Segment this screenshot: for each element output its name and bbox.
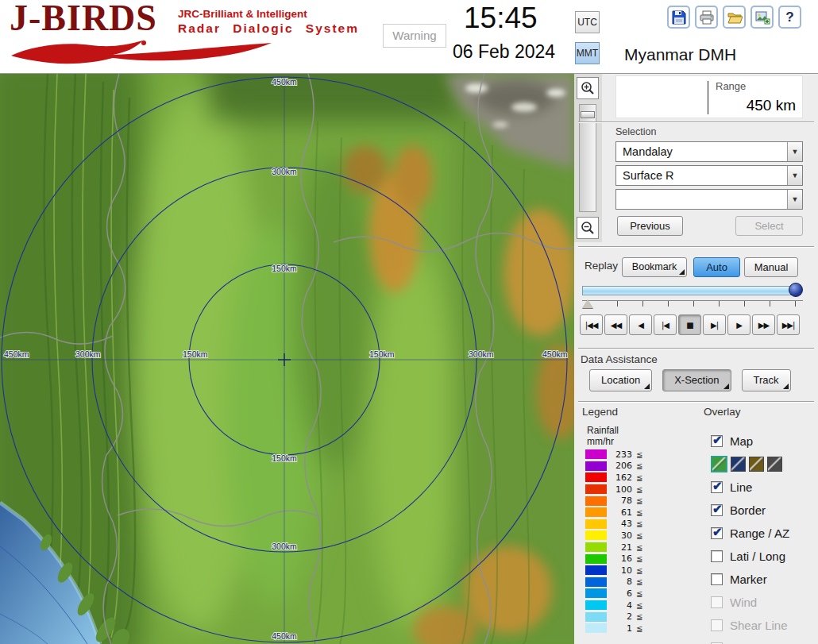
- print-button[interactable]: [695, 6, 718, 29]
- legend-le-sign: ≦: [636, 554, 642, 563]
- overlay-checkboxes: Map Line Border Range / AZ Lati / Long: [711, 430, 816, 644]
- open-folder-button[interactable]: [723, 6, 746, 29]
- eagle-logo-icon: [8, 38, 278, 71]
- playback-glyph: ◀: [638, 321, 643, 330]
- product-dropdown[interactable]: Surface R ▼: [615, 165, 803, 186]
- control-panel: Range 450 km Selection Mandalay ▼ Surfac…: [574, 74, 818, 644]
- legend-value: 206: [611, 461, 632, 471]
- timeline-position-marker[interactable]: [582, 299, 593, 308]
- track-button[interactable]: Track: [742, 369, 791, 391]
- ring-label: 450km: [272, 631, 297, 641]
- checkbox-icon: [711, 527, 723, 539]
- logo-tagline-2: Radar Dialogic System: [178, 21, 359, 36]
- playback-glyph: |◀: [662, 321, 669, 330]
- select-button: Select: [735, 216, 803, 236]
- logo-taglines: JRC-Brilliant & Intelligent Radar Dialog…: [178, 8, 359, 36]
- ring-label: 150km: [369, 349, 395, 359]
- overlay-checkbox-wind: Wind: [711, 591, 816, 614]
- ring-label: 150km: [183, 349, 208, 359]
- map-style-green-swatch[interactable]: [711, 456, 727, 472]
- replay-timeline[interactable]: [581, 283, 808, 313]
- overlay-checkbox-border[interactable]: Border: [711, 499, 816, 522]
- button-label: Track: [754, 374, 779, 386]
- play-button[interactable]: ▶: [727, 314, 750, 335]
- legend-le-sign: ≦: [636, 485, 642, 494]
- ring-label: 450km: [272, 77, 297, 87]
- legend-le-sign: ≦: [636, 589, 642, 598]
- legend-color-swatch: [585, 600, 607, 610]
- extra-dropdown[interactable]: ▼: [615, 189, 803, 210]
- stop-button[interactable]: ■: [678, 314, 701, 335]
- legend-value: 43: [611, 519, 632, 529]
- chevron-down-icon[interactable]: ▼: [787, 190, 802, 209]
- zoom-out-button[interactable]: [577, 217, 599, 239]
- utc-button[interactable]: UTC: [575, 11, 600, 33]
- overlay-checkbox-lati-long[interactable]: Lati / Long: [711, 545, 816, 568]
- overlay-item-label: Line: [730, 480, 752, 494]
- ring-label: 450km: [542, 349, 568, 359]
- overlay-item-label: Map: [730, 434, 753, 448]
- export-image-button[interactable]: [750, 6, 774, 29]
- radar-map-svg[interactable]: 450km 300km 150km 150km 300km 450km 450k…: [0, 74, 574, 644]
- bookmark-button[interactable]: Bookmark: [622, 257, 687, 277]
- auto-button[interactable]: Auto: [693, 257, 740, 277]
- magnifier-minus-icon: [580, 220, 596, 236]
- previous-button[interactable]: Previous: [617, 216, 683, 236]
- overlay-checkbox-range-az[interactable]: Range / AZ: [711, 522, 816, 545]
- play-reverse-button[interactable]: ◀: [629, 314, 652, 335]
- timeline-handle[interactable]: [789, 283, 803, 297]
- x-section-button[interactable]: X-Section: [662, 369, 731, 391]
- overlay-item-label: Shear Line: [730, 619, 788, 632]
- legend-row: 61 ≦: [585, 507, 689, 519]
- printer-icon: [699, 10, 715, 25]
- map-style-olive-swatch[interactable]: [749, 457, 764, 472]
- legend-row: 233 ≦: [585, 449, 689, 461]
- step-forward-button[interactable]: ▶|: [703, 314, 726, 335]
- legend-value: 8: [611, 577, 632, 587]
- manual-button[interactable]: Manual: [744, 257, 798, 277]
- legend-le-sign: ≦: [636, 450, 642, 459]
- skip-to-end-button[interactable]: ▶▶|: [777, 314, 800, 335]
- zoom-in-button[interactable]: [577, 77, 599, 99]
- zoom-slider-thumb[interactable]: [581, 111, 595, 118]
- warning-button[interactable]: Warning: [383, 24, 446, 48]
- timeline-track[interactable]: [582, 286, 798, 295]
- chevron-down-icon[interactable]: ▼: [787, 166, 802, 185]
- playback-glyph: ■: [686, 321, 693, 330]
- playback-glyph: ▶: [736, 321, 742, 330]
- legend-row: 10 ≦: [585, 565, 689, 577]
- map-style-gray-swatch[interactable]: [767, 457, 782, 472]
- location-button[interactable]: Location: [589, 369, 652, 391]
- chevron-down-icon[interactable]: ▼: [787, 142, 802, 161]
- help-button[interactable]: ?: [778, 6, 801, 29]
- save-button[interactable]: [667, 6, 690, 29]
- replay-label: Replay: [585, 260, 618, 272]
- overlay-checkbox-marker[interactable]: Marker: [711, 568, 816, 591]
- fast-forward-button[interactable]: ▶▶: [752, 314, 775, 335]
- playback-glyph: ◀◀: [611, 321, 621, 330]
- site-dropdown[interactable]: Mandalay ▼: [615, 141, 803, 162]
- legend-row: 2 ≦: [585, 611, 689, 623]
- overlay-item-label: Border: [730, 503, 766, 517]
- overlay-checkbox-line[interactable]: Line: [711, 476, 816, 499]
- legend-value: 233: [611, 449, 632, 460]
- overlay-item-label: Range / AZ: [730, 526, 789, 540]
- overlay-item-label: Lati / Long: [730, 550, 785, 563]
- ring-label: 450km: [4, 349, 29, 359]
- skip-to-start-button[interactable]: |◀◀: [580, 314, 603, 335]
- legend-row: 4 ≦: [585, 600, 689, 611]
- legend-value: 78: [611, 496, 632, 506]
- step-back-button[interactable]: |◀: [654, 314, 677, 335]
- overlay-checkbox-map[interactable]: Map: [711, 430, 816, 453]
- legend-value: 162: [611, 472, 632, 483]
- overlay-item-label: Wind: [730, 596, 757, 609]
- fast-rewind-button[interactable]: ◀◀: [604, 314, 627, 335]
- legend-value: 61: [611, 507, 632, 518]
- mmt-button[interactable]: MMT: [575, 42, 600, 64]
- button-label: Location: [601, 374, 640, 386]
- radar-map[interactable]: 450km 300km 150km 150km 300km 450km 450k…: [0, 74, 574, 644]
- map-style-navy-swatch[interactable]: [731, 457, 746, 472]
- zoom-slider[interactable]: [579, 104, 596, 212]
- legend-value: 6: [611, 588, 632, 599]
- legend-row: 100 ≦: [585, 484, 689, 496]
